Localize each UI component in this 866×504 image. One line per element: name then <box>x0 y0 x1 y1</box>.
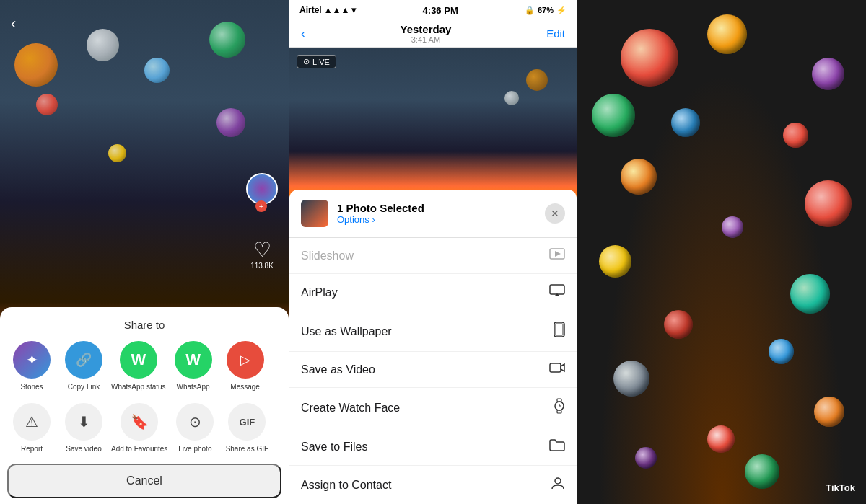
nav-title: Yesterday 3:41 AM <box>400 23 451 44</box>
contact-icon <box>551 476 565 494</box>
close-button[interactable]: ✕ <box>545 203 565 224</box>
watch-icon <box>554 398 565 417</box>
save-video-label: Save as Video <box>301 363 375 376</box>
slideshow-label: Slideshow <box>301 249 354 262</box>
decorative-ball <box>783 123 808 148</box>
share-icons-row: ✦ Stories 🔗 Copy Link W WhatsApp status … <box>0 341 289 392</box>
signal-icon: ▲▲▲ <box>324 5 350 15</box>
stories-icon: ✦ <box>13 341 51 379</box>
decorative-ball <box>144 58 170 83</box>
action-report[interactable]: ⚠ Report <box>7 403 56 454</box>
stories-label: Stories <box>20 383 43 392</box>
airplay-label: AirPlay <box>301 286 338 299</box>
status-bar: Airtel ▲▲▲ ▾ 4:36 PM 🔒 67% ⚡ <box>289 0 577 20</box>
report-icon: ⚠ <box>13 403 51 441</box>
share-option-wallpaper[interactable]: Use as Wallpaper <box>289 311 577 352</box>
share-actions-row: ⚠ Report ⬇ Save video 🔖 Add to Favourite… <box>0 403 289 454</box>
nav-back-button[interactable]: ‹ <box>301 27 305 41</box>
share-option-save-video[interactable]: Save as Video <box>289 352 577 388</box>
decorative-ball <box>599 245 631 278</box>
report-label: Report <box>21 445 43 454</box>
action-live-photo[interactable]: ⊙ Live photo <box>170 403 219 454</box>
photo-count-label: 1 Photo Selected <box>337 202 536 214</box>
live-photo-icon: ⊙ <box>176 403 214 441</box>
battery-icon: ⚡ <box>556 6 567 15</box>
share-options-list: Slideshow AirPlay Use as Wallpaper Save … <box>289 238 577 504</box>
decorative-ball <box>745 454 779 489</box>
share-whatsapp-status[interactable]: W WhatsApp status <box>111 341 166 392</box>
ios-photos-panel: Airtel ▲▲▲ ▾ 4:36 PM 🔒 67% ⚡ ‹ Yesterday… <box>289 0 577 504</box>
like-button[interactable]: ♡ 113.8K <box>246 238 278 270</box>
share-option-save-files[interactable]: Save to Files <box>289 428 577 466</box>
whatsapp-label: WhatsApp <box>177 383 210 392</box>
status-time: 4:36 PM <box>423 5 458 16</box>
whatsapp-status-icon: W <box>120 341 157 379</box>
share-modal-header: 1 Photo Selected Options › ✕ <box>289 190 577 238</box>
tiktok-fullscreen-panel: TikTok <box>577 0 866 504</box>
share-whatsapp[interactable]: W WhatsApp <box>169 341 218 392</box>
decorative-ball <box>769 339 794 364</box>
photo-thumbnail <box>301 200 328 227</box>
live-badge: ⊙ LIVE <box>297 55 336 68</box>
save-video-icon <box>549 362 565 377</box>
action-add-favourites[interactable]: 🔖 Add to Favourites <box>111 403 167 454</box>
decorative-ball <box>592 94 635 137</box>
gif-icon: GIF <box>228 403 266 441</box>
heart-icon: ♡ <box>253 238 271 262</box>
nav-title-text: Yesterday <box>400 23 451 35</box>
save-video-label: Save video <box>66 445 101 454</box>
share-message[interactable]: ▷ Message <box>221 341 270 392</box>
nav-subtitle: 3:41 AM <box>400 35 451 44</box>
svg-rect-2 <box>550 285 564 294</box>
decorative-ball <box>87 29 119 61</box>
battery-pct: 67% <box>538 6 554 14</box>
live-photo-label: Live photo <box>178 445 211 454</box>
tiktok-logo: TikTok <box>826 482 855 493</box>
decorative-ball <box>814 397 844 427</box>
decorative-ball <box>504 91 519 105</box>
decorative-ball <box>108 144 126 162</box>
airplay-icon <box>549 284 565 301</box>
options-link[interactable]: Options › <box>337 214 536 225</box>
share-title: Share to <box>0 319 289 331</box>
share-to-stories[interactable]: ✦ Stories <box>7 341 56 392</box>
share-option-slideshow[interactable]: Slideshow <box>289 238 577 274</box>
decorative-ball <box>209 22 245 58</box>
like-count: 113.8K <box>250 262 274 270</box>
whatsapp-status-label: WhatsApp status <box>111 383 166 392</box>
back-button[interactable]: ‹ <box>11 14 16 33</box>
action-share-gif[interactable]: GIF Share as GIF <box>222 403 271 454</box>
share-option-watch-face[interactable]: Create Watch Face <box>289 388 577 428</box>
live-dot: ⊙ <box>303 57 310 66</box>
close-icon: ✕ <box>551 208 559 219</box>
wifi-icon: ▾ <box>351 5 356 15</box>
decorative-ball <box>812 58 844 90</box>
save-video-icon: ⬇ <box>65 403 102 441</box>
svg-rect-9 <box>557 399 561 402</box>
copy-link-icon: 🔗 <box>65 341 102 379</box>
decorative-ball <box>621 159 657 195</box>
decorative-ball <box>14 43 58 87</box>
svg-rect-10 <box>557 410 561 413</box>
share-modal: 1 Photo Selected Options › ✕ Slideshow A… <box>289 190 577 504</box>
decorative-ball <box>613 361 650 397</box>
favourites-label: Add to Favourites <box>111 445 167 454</box>
share-option-airplay[interactable]: AirPlay <box>289 274 577 311</box>
status-right: 🔒 67% ⚡ <box>525 6 567 15</box>
watch-face-label: Create Watch Face <box>301 402 400 415</box>
favourites-icon: 🔖 <box>121 403 158 441</box>
share-option-assign-contact[interactable]: Assign to Contact <box>289 466 577 504</box>
gif-label: Share as GIF <box>226 445 268 454</box>
nav-edit-button[interactable]: Edit <box>546 27 565 40</box>
save-files-label: Save to Files <box>301 441 367 454</box>
follow-button[interactable]: + <box>255 200 267 212</box>
carrier-label: Airtel <box>299 5 322 15</box>
cancel-button[interactable]: Cancel <box>7 464 281 498</box>
message-icon: ▷ <box>227 341 264 379</box>
assign-contact-label: Assign to Contact <box>301 479 391 492</box>
action-save-video[interactable]: ⬇ Save video <box>59 403 108 454</box>
decorative-ball <box>707 425 735 453</box>
lock-icon: 🔒 <box>525 6 535 15</box>
share-copy-link[interactable]: 🔗 Copy Link <box>59 341 108 392</box>
decorative-ball <box>36 94 58 115</box>
